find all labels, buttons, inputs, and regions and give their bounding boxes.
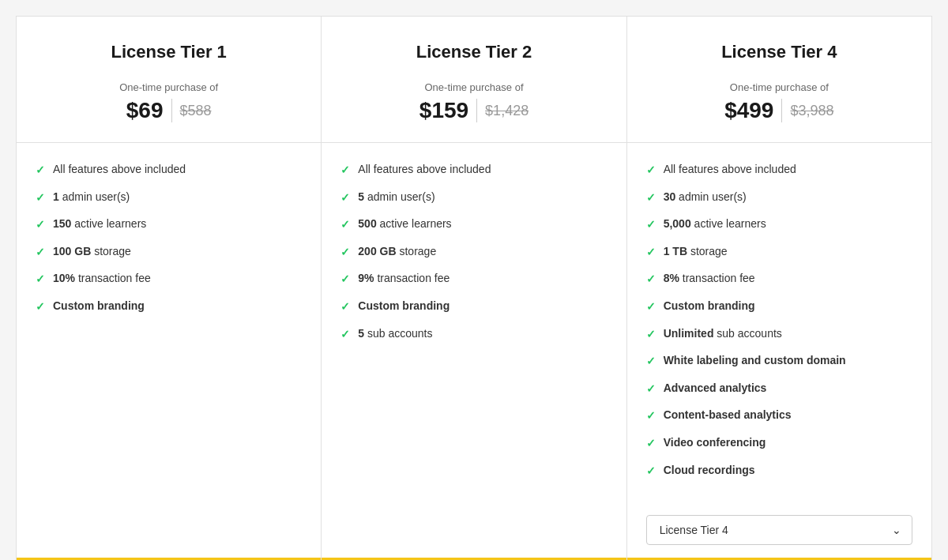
feature-text-tier2-4: 9% transaction fee (358, 271, 450, 287)
feature-item-tier4-1: ✓30 admin user(s) (646, 190, 912, 206)
card-features-tier4: ✓All features above included✓30 admin us… (627, 143, 931, 502)
price-current-tier4: $499 (724, 98, 773, 123)
card-title-tier4: License Tier 4 (646, 42, 912, 62)
price-divider-tier1 (171, 99, 172, 122)
feature-text-tier4-7: White labeling and custom domain (664, 353, 846, 369)
price-row-tier4: $499$3,988 (646, 98, 912, 123)
feature-item-tier1-1: ✓1 admin user(s) (36, 190, 302, 206)
card-features-tier2: ✓All features above included✓5 admin use… (322, 143, 626, 545)
feature-item-tier1-2: ✓150 active learners (36, 216, 302, 233)
feature-item-tier2-4: ✓9% transaction fee (340, 271, 607, 288)
feature-text-tier1-1: 1 admin user(s) (53, 190, 130, 205)
check-icon-tier4-6: ✓ (646, 327, 656, 343)
check-icon-tier2-3: ✓ (340, 245, 350, 261)
feature-text-tier4-0: All features above included (664, 162, 796, 178)
feature-text-tier2-3: 200 GB storage (358, 244, 436, 260)
pricing-card-tier1: License Tier 1One-time purchase of$69$58… (16, 16, 322, 560)
feature-text-tier2-6: 5 sub accounts (358, 326, 432, 342)
feature-text-tier4-10: Video conferencing (664, 435, 766, 451)
card-features-tier1: ✓All features above included✓1 admin use… (17, 143, 321, 545)
feature-item-tier4-11: ✓Cloud recordings (646, 463, 912, 479)
feature-item-tier4-9: ✓Content-based analytics (646, 408, 912, 424)
feature-item-tier4-7: ✓White labeling and custom domain (646, 353, 912, 370)
feature-item-tier1-4: ✓10% transaction fee (36, 271, 302, 288)
check-icon-tier4-4: ✓ (646, 272, 656, 288)
price-original-tier2: $1,428 (485, 103, 529, 119)
feature-text-tier4-6: Unlimited sub accounts (664, 326, 782, 342)
check-icon-tier2-0: ✓ (340, 163, 350, 179)
feature-text-tier4-4: 8% transaction fee (664, 271, 755, 287)
card-footer-tier1: Buy now (17, 545, 321, 560)
check-icon-tier4-3: ✓ (646, 245, 656, 261)
check-icon-tier4-8: ✓ (646, 381, 656, 397)
feature-text-tier4-3: 1 TB storage (664, 244, 728, 260)
feature-text-tier1-0: All features above included (53, 162, 186, 178)
check-icon-tier4-2: ✓ (646, 217, 656, 233)
card-header-tier2: License Tier 2One-time purchase of$159$1… (322, 17, 626, 143)
check-icon-tier2-2: ✓ (340, 217, 350, 233)
feature-item-tier4-4: ✓8% transaction fee (646, 271, 912, 288)
pricing-container: License Tier 1One-time purchase of$69$58… (16, 16, 932, 560)
feature-item-tier4-10: ✓Video conferencing (646, 435, 912, 452)
card-header-tier4: License Tier 4One-time purchase of$499$3… (627, 17, 931, 143)
feature-item-tier4-0: ✓All features above included (646, 162, 912, 179)
feature-item-tier4-5: ✓Custom branding (646, 299, 912, 315)
feature-item-tier2-6: ✓5 sub accounts (340, 326, 607, 343)
price-current-tier1: $69 (126, 98, 164, 123)
feature-text-tier1-5: Custom branding (53, 299, 145, 314)
feature-text-tier4-9: Content-based analytics (664, 408, 792, 423)
tier-select-tier4[interactable]: License Tier 4 (646, 515, 912, 545)
check-icon-tier1-4: ✓ (36, 272, 45, 288)
check-icon-tier2-6: ✓ (340, 327, 350, 343)
feature-text-tier1-3: 100 GB storage (53, 244, 131, 260)
feature-text-tier2-0: All features above included (358, 162, 491, 178)
price-label-tier1: One-time purchase of (36, 81, 302, 93)
feature-item-tier1-5: ✓Custom branding (36, 299, 302, 315)
feature-text-tier4-2: 5,000 active learners (664, 216, 766, 232)
card-footer-tier4: License Tier 4⌄Buy now (627, 502, 931, 560)
feature-item-tier4-3: ✓1 TB storage (646, 244, 912, 261)
feature-item-tier2-5: ✓Custom branding (340, 299, 607, 315)
pricing-card-tier2: License Tier 2One-time purchase of$159$1… (322, 16, 626, 560)
check-icon-tier1-0: ✓ (36, 163, 45, 179)
price-current-tier2: $159 (419, 98, 468, 123)
feature-item-tier4-6: ✓Unlimited sub accounts (646, 326, 912, 343)
check-icon-tier4-0: ✓ (646, 163, 656, 179)
price-row-tier2: $159$1,428 (340, 98, 607, 123)
price-label-tier4: One-time purchase of (646, 81, 912, 93)
feature-text-tier4-1: 30 admin user(s) (664, 190, 747, 205)
price-divider-tier2 (476, 99, 477, 122)
check-icon-tier4-11: ✓ (646, 464, 656, 479)
feature-text-tier4-5: Custom branding (664, 299, 755, 314)
feature-text-tier4-8: Advanced analytics (664, 381, 767, 397)
feature-text-tier4-11: Cloud recordings (664, 463, 755, 479)
feature-item-tier4-2: ✓5,000 active learners (646, 216, 912, 233)
check-icon-tier1-5: ✓ (36, 299, 45, 315)
price-divider-tier4 (781, 99, 782, 122)
check-icon-tier2-4: ✓ (340, 272, 350, 288)
card-title-tier2: License Tier 2 (340, 42, 607, 62)
feature-item-tier2-3: ✓200 GB storage (340, 244, 607, 261)
feature-item-tier1-0: ✓All features above included (36, 162, 302, 179)
feature-item-tier1-3: ✓100 GB storage (36, 244, 302, 261)
check-icon-tier4-1: ✓ (646, 190, 656, 206)
check-icon-tier4-7: ✓ (646, 354, 656, 370)
feature-text-tier1-4: 10% transaction fee (53, 271, 151, 287)
price-row-tier1: $69$588 (36, 98, 302, 123)
check-icon-tier1-2: ✓ (36, 217, 45, 233)
check-icon-tier4-5: ✓ (646, 299, 656, 315)
check-icon-tier2-5: ✓ (340, 299, 350, 315)
card-header-tier1: License Tier 1One-time purchase of$69$58… (17, 17, 321, 143)
check-icon-tier4-10: ✓ (646, 436, 656, 452)
feature-text-tier2-1: 5 admin user(s) (358, 190, 434, 205)
feature-text-tier2-2: 500 active learners (358, 216, 451, 232)
feature-item-tier2-0: ✓All features above included (340, 162, 607, 179)
feature-item-tier4-8: ✓Advanced analytics (646, 381, 912, 397)
check-icon-tier1-3: ✓ (36, 245, 45, 261)
check-icon-tier2-1: ✓ (340, 190, 350, 206)
feature-text-tier2-5: Custom branding (358, 299, 450, 314)
price-label-tier2: One-time purchase of (340, 81, 607, 93)
card-title-tier1: License Tier 1 (36, 42, 302, 62)
tier-select-wrapper-tier4: License Tier 4⌄ (646, 515, 912, 545)
feature-item-tier2-1: ✓5 admin user(s) (340, 190, 607, 206)
